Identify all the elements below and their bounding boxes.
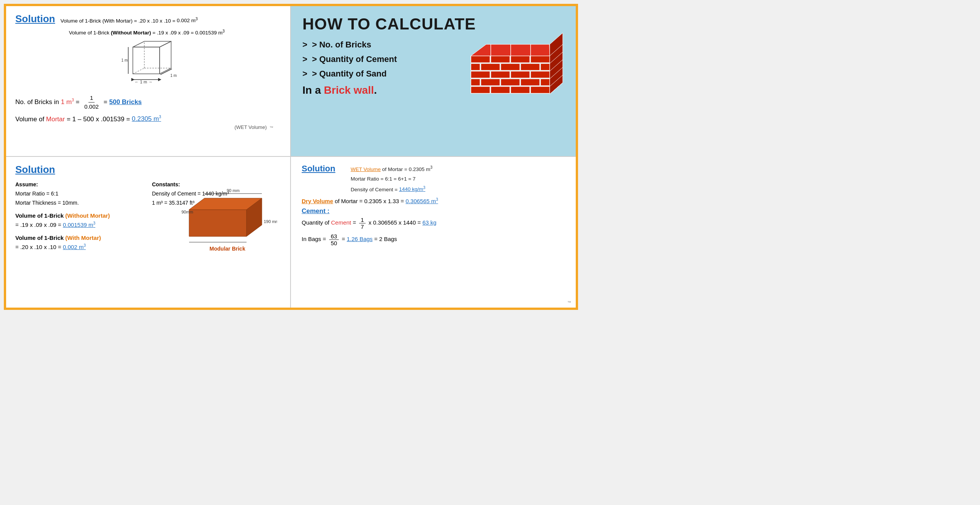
solution-heading-3: Solution bbox=[302, 164, 335, 174]
svg-rect-26 bbox=[481, 79, 500, 86]
svg-text:190 mm: 190 mm bbox=[264, 219, 277, 224]
svg-rect-19 bbox=[521, 64, 540, 70]
assume-block: Assume: Mortar Ratio = 6:1 Mortar Thickn… bbox=[15, 180, 144, 207]
svg-marker-2 bbox=[160, 41, 171, 74]
svg-rect-32 bbox=[511, 86, 530, 93]
bottom-left-panel: Solution Assume: Mortar Ratio = 6:1 Mort… bbox=[6, 157, 291, 308]
svg-text:1 m: 1 m bbox=[170, 73, 177, 78]
svg-rect-24 bbox=[531, 71, 550, 78]
svg-text:← 1 m →: ← 1 m → bbox=[135, 80, 152, 84]
formula-with-mortar-label: Volume of 1-Brick (With Mortar) = .20 x … bbox=[60, 17, 198, 24]
svg-text:90mm: 90mm bbox=[181, 210, 193, 214]
right-formulas: WET Volume of Mortar = 0.2305 m3 Mortar … bbox=[351, 164, 433, 194]
svg-rect-33 bbox=[531, 86, 550, 93]
svg-rect-12 bbox=[471, 56, 490, 63]
top-right-panel: HOW TO CALCULATE > > No. of Bricks > > Q… bbox=[291, 6, 576, 157]
formula-without-mortar-label: Volume of 1-Brick (Without Mortar) = .19… bbox=[69, 29, 281, 36]
svg-rect-21 bbox=[471, 71, 490, 78]
wet-volume-label: (WET Volume) ™ bbox=[15, 124, 273, 130]
svg-rect-17 bbox=[481, 64, 500, 70]
in-bags-line: In Bags = 6350 = 1.26 Bags = 2 Bags bbox=[302, 233, 565, 246]
svg-rect-20 bbox=[541, 64, 550, 70]
cement-heading: Cement : bbox=[302, 207, 565, 215]
svg-rect-14 bbox=[511, 56, 530, 63]
brick-wall-image bbox=[467, 18, 567, 102]
svg-rect-28 bbox=[521, 79, 540, 86]
cube-diagram: ← 1 m → 1 m 1 m bbox=[15, 39, 281, 89]
svg-rect-27 bbox=[501, 79, 520, 86]
svg-rect-30 bbox=[471, 86, 490, 93]
trademark-mark: ™ bbox=[567, 300, 571, 305]
svg-rect-16 bbox=[471, 64, 480, 70]
solution-heading-1: Solution bbox=[15, 13, 55, 25]
modular-brick-area: 90 mm 90mm 190 mm Modular Brick bbox=[178, 187, 277, 252]
dry-volume-line: Dry Volume of Mortar = 0.2305 x 1.33 = 0… bbox=[302, 197, 565, 204]
bricks-formula: No. of Bricks in 1 m3 = 10.002 = 500 Bri… bbox=[15, 94, 281, 111]
svg-rect-25 bbox=[471, 79, 480, 86]
cement-qty-line: Quantity of Cement = 17 x 0.306565 x 144… bbox=[302, 217, 565, 230]
svg-rect-29 bbox=[541, 79, 550, 86]
svg-marker-34 bbox=[471, 44, 550, 56]
svg-rect-18 bbox=[501, 64, 520, 70]
svg-text:90 mm: 90 mm bbox=[227, 188, 240, 193]
svg-rect-31 bbox=[491, 86, 510, 93]
svg-rect-15 bbox=[531, 56, 550, 63]
svg-rect-22 bbox=[491, 71, 510, 78]
bottom-right-panel: Solution WET Volume of Mortar = 0.2305 m… bbox=[291, 157, 576, 308]
svg-text:1 m: 1 m bbox=[121, 58, 128, 62]
svg-marker-0 bbox=[133, 47, 160, 74]
main-container: Solution Volume of 1-Brick (With Mortar)… bbox=[4, 4, 578, 310]
svg-rect-13 bbox=[491, 56, 510, 63]
solution-heading-2: Solution bbox=[15, 164, 281, 176]
svg-line-3 bbox=[133, 68, 144, 74]
svg-rect-23 bbox=[511, 71, 530, 78]
svg-marker-45 bbox=[189, 210, 247, 236]
top-left-panel: Solution Volume of 1-Brick (With Mortar)… bbox=[6, 6, 291, 157]
mortar-formula: Volume of Mortar = 1 – 500 x .001539 = 0… bbox=[15, 115, 281, 123]
